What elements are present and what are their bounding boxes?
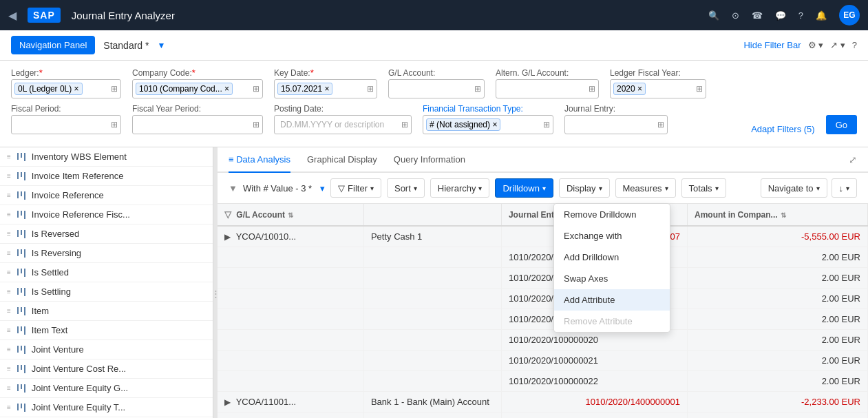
journal-entry-expand-icon[interactable]: ⊞ xyxy=(657,120,664,129)
left-panel-item[interactable]: ≡ Is Reversed xyxy=(0,224,213,244)
ledger-fiscal-year-tag: 2020 × xyxy=(613,83,646,95)
bar-chart-icon xyxy=(17,384,26,393)
dropdown-item-add-drilldown[interactable]: Add Drilldown xyxy=(554,247,670,268)
left-panel-item[interactable]: ≡ Inventory WBS Element xyxy=(0,147,213,167)
measures-button[interactable]: Measures ▾ xyxy=(615,178,676,198)
posting-date-expand-icon[interactable]: ⊞ xyxy=(401,120,408,129)
fin-transaction-type-expand-icon[interactable]: ⊞ xyxy=(543,120,550,129)
tab-data-analysis[interactable]: ≡ Data Analysis xyxy=(229,147,290,173)
left-panel-item[interactable]: ≡ Invoice Reference xyxy=(0,186,213,205)
journal-entry-input[interactable]: ⊞ xyxy=(564,115,668,134)
fiscal-period-input[interactable]: ⊞ xyxy=(11,115,121,134)
share-btn[interactable]: ↗ ▾ xyxy=(830,40,845,50)
altern-gl-filter: Altern. G/L Account: ⊞ xyxy=(496,68,599,98)
ledger-fiscal-year-input[interactable]: 2020 × ⊞ xyxy=(610,79,706,98)
left-panel-item[interactable]: ≡ Invoice Reference Fisc... xyxy=(0,205,213,224)
hierarchy-button[interactable]: Hierarchy ▾ xyxy=(430,178,490,198)
dropdown-item-exchange-with[interactable]: Exchange with xyxy=(554,225,670,247)
data-toolbar: ▼ With # Value - 3 * ▾ ▽ Filter ▾ Sort ▾… xyxy=(218,173,868,204)
ledger-expand-icon[interactable]: ⊞ xyxy=(111,84,118,94)
notification-icon[interactable]: 🔔 xyxy=(816,10,827,21)
fullscreen-icon[interactable]: ⤢ xyxy=(849,154,857,165)
dropdown-item-add-attribute[interactable]: Add Attribute xyxy=(554,289,670,311)
left-panel-item[interactable]: ≡ Joint Venture Cost Re... xyxy=(0,359,213,379)
left-panel-item[interactable]: ≡ Is Settling xyxy=(0,282,213,302)
altern-gl-input[interactable]: ⊞ xyxy=(496,79,599,98)
key-date-input[interactable]: 15.07.2021 × ⊞ xyxy=(274,79,377,98)
ledger-input[interactable]: 0L (Ledger 0L) × ⊞ xyxy=(11,79,121,98)
view-dropdown[interactable]: ▼ xyxy=(157,41,165,50)
sort-button[interactable]: Sort ▾ xyxy=(387,178,425,198)
totals-button[interactable]: Totals ▾ xyxy=(681,178,726,198)
table-row-group: ▶ YCOA/10010... Petty Cash 1 1010/2020/1… xyxy=(218,226,868,247)
phone-icon[interactable]: ☎ xyxy=(752,10,763,21)
bar-chart-icon xyxy=(17,230,26,238)
fin-transaction-type-input[interactable]: # (Not assigned) × ⊞ xyxy=(423,115,553,134)
left-panel-item[interactable]: ≡ Is Settled xyxy=(0,263,213,282)
tab-graphical-display[interactable]: Graphical Display xyxy=(307,147,377,173)
left-panel-item[interactable]: ≡ Item xyxy=(0,302,213,321)
posting-date-input[interactable]: DD.MM.YYYY or description ⊞ xyxy=(274,115,412,134)
company-code-tag: 1010 (Company Cod... × xyxy=(136,83,233,95)
gl-code-empty xyxy=(218,371,363,392)
navigate-to-button[interactable]: Navigate to ▾ xyxy=(761,178,827,198)
amount-cell: -5,555.00 EUR xyxy=(687,226,867,247)
company-code-input[interactable]: 1010 (Company Cod... × ⊞ xyxy=(132,79,263,98)
left-panel-item[interactable]: ≡ Is Reversing xyxy=(0,244,213,263)
left-panel-item[interactable]: ≡ Invoice Item Reference xyxy=(0,167,213,186)
gl-account-expand-icon[interactable]: ⊞ xyxy=(474,84,481,94)
settings-btn[interactable]: ⚙ ▾ xyxy=(808,40,824,50)
dropdown-item-remove-drilldown[interactable]: Remove Drilldown xyxy=(554,204,670,225)
panel-item-label: Item Text xyxy=(32,325,68,335)
fiscal-year-period-expand-icon[interactable]: ⊞ xyxy=(253,120,260,129)
help-btn[interactable]: ? xyxy=(852,40,857,50)
dropdown-item-swap-axes[interactable]: Swap Axes xyxy=(554,268,670,289)
fiscal-year-period-label: Fiscal Year Period: xyxy=(132,104,263,114)
left-panel-item[interactable]: ≡ Joint Venture Equity T... xyxy=(0,398,213,417)
left-panel-item[interactable]: ≡ Joint Venture Equity G... xyxy=(0,379,213,398)
left-panel-item[interactable]: ≡ Item Text xyxy=(0,321,213,340)
ledger-fiscal-year-expand-icon[interactable]: ⊞ xyxy=(696,84,703,94)
help-icon[interactable]: ? xyxy=(798,10,803,21)
drilldown-button[interactable]: Drilldown ▾ xyxy=(495,178,553,198)
drag-icon: ≡ xyxy=(7,326,11,334)
settings-icon[interactable]: ⊙ xyxy=(732,10,739,21)
view-name: Standard * xyxy=(103,40,149,51)
bar-chart-icon xyxy=(17,211,26,219)
key-date-expand-icon[interactable]: ⊞ xyxy=(367,84,374,94)
display-button[interactable]: Display ▾ xyxy=(559,178,610,198)
left-panel-item[interactable]: ≡ Joint Venture xyxy=(0,340,213,359)
journal-entry-cell: 1010/2020/1400000001 xyxy=(501,392,687,412)
ledger-label: Ledger:* xyxy=(11,67,121,78)
expand-icon[interactable]: ▶ xyxy=(224,232,231,242)
filter-button[interactable]: ▽ Filter ▾ xyxy=(330,178,381,198)
fiscal-year-period-input[interactable]: ⊞ xyxy=(132,115,263,134)
go-button[interactable]: Go xyxy=(826,115,857,134)
altern-gl-label: Altern. G/L Account: xyxy=(496,68,599,78)
fiscal-period-expand-icon[interactable]: ⊞ xyxy=(111,120,118,129)
nav-panel-button[interactable]: Navigation Panel xyxy=(11,36,95,54)
with-value-dropdown[interactable]: ▾ xyxy=(320,183,325,194)
chat-icon[interactable]: 💬 xyxy=(775,10,786,21)
tab-query-information[interactable]: Query Information xyxy=(394,147,465,173)
fiscal-period-label: Fiscal Period: xyxy=(11,104,121,114)
back-button[interactable]: ◀ xyxy=(8,9,17,22)
user-avatar[interactable]: EG xyxy=(839,5,860,25)
bar-chart-icon xyxy=(17,307,26,315)
col-amount[interactable]: Amount in Compan...⇅ xyxy=(687,204,867,226)
expand-icon[interactable]: ▶ xyxy=(224,397,231,407)
col-gl-account[interactable]: ▽ G/L Account⇅ xyxy=(218,204,363,226)
altern-gl-expand-icon[interactable]: ⊞ xyxy=(589,84,595,94)
main-content: ≡ Inventory WBS Element ≡ Invoice Item R… xyxy=(0,147,868,418)
filter-chevron: ▾ xyxy=(370,185,374,192)
adapt-filters-button[interactable]: Adapt Filters (5) xyxy=(751,124,814,134)
gl-account-input[interactable]: ⊞ xyxy=(388,79,485,98)
gl-name-empty xyxy=(363,351,501,371)
search-icon[interactable]: 🔍 xyxy=(708,10,719,21)
company-code-expand-icon[interactable]: ⊞ xyxy=(253,84,260,94)
amount-cell: -2,400.00 EUR xyxy=(687,412,867,419)
panel-item-label: Is Settled xyxy=(32,267,69,278)
download-button[interactable]: ↓ ▾ xyxy=(832,178,858,198)
hide-filter-bar[interactable]: Hide Filter Bar xyxy=(743,40,801,50)
drag-icon: ≡ xyxy=(7,153,11,160)
